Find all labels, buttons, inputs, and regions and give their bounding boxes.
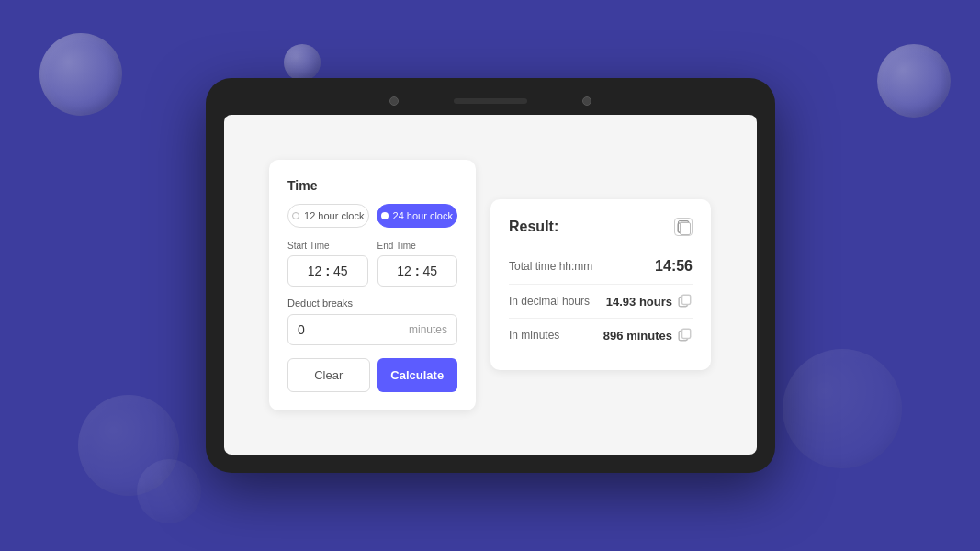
tablet-camera-right [582, 96, 591, 106]
bubble-3 [877, 44, 951, 118]
tablet-screen: Time 12 hour clock 24 hour clock Start T… [224, 115, 757, 455]
start-minutes: 45 [333, 264, 348, 278]
clock-toggle-group: 12 hour clock 24 hour clock [287, 204, 457, 228]
start-time-label: Start Time [287, 241, 368, 251]
calculator-title: Time [287, 178, 457, 193]
minutes-label: In minutes [509, 329, 559, 342]
result-title-row: Result: [509, 218, 693, 236]
deduct-unit: minutes [409, 323, 447, 336]
end-colon: : [415, 264, 420, 278]
decimal-value-group: 14.93 hours [606, 294, 693, 309]
24h-clock-label: 24 hour clock [393, 210, 453, 221]
tablet-speaker [454, 98, 527, 104]
end-time-field: End Time 12 : 45 [377, 241, 458, 287]
svg-rect-0 [678, 223, 686, 232]
result-title: Result: [509, 219, 558, 235]
decimal-label: In decimal hours [509, 295, 590, 308]
tablet-frame: Time 12 hour clock 24 hour clock Start T… [206, 78, 775, 473]
end-time-input[interactable]: 12 : 45 [377, 255, 458, 287]
decimal-copy-button[interactable] [678, 294, 693, 309]
24h-radio-dot [381, 212, 389, 219]
tablet-camera [389, 96, 399, 106]
deduct-breaks-input[interactable]: 0 minutes [287, 314, 457, 345]
12h-clock-button[interactable]: 12 hour clock [287, 204, 369, 228]
svg-rect-3 [682, 295, 691, 304]
total-label: Total time hh:mm [509, 260, 592, 273]
minutes-value: 896 minutes [603, 329, 672, 343]
result-row-minutes: In minutes 896 minutes [509, 319, 693, 352]
start-hours: 12 [308, 264, 322, 278]
12h-clock-label: 12 hour clock [304, 210, 364, 221]
result-row-decimal: In decimal hours 14.93 hours [509, 285, 693, 319]
action-buttons-row: Clear Calculate [287, 358, 457, 392]
clear-button[interactable]: Clear [287, 358, 370, 392]
minutes-value-group: 896 minutes [603, 328, 693, 343]
svg-rect-1 [681, 221, 689, 231]
total-value: 14:56 [655, 258, 693, 275]
bubble-1 [39, 33, 122, 116]
12h-radio-dot [292, 212, 299, 219]
result-card: Result: Total time hh:mm 14:56 In decima… [490, 199, 711, 370]
end-minutes: 45 [423, 264, 438, 278]
result-row-total: Total time hh:mm 14:56 [509, 249, 693, 285]
calculate-button[interactable]: Calculate [377, 358, 458, 392]
calculator-card: Time 12 hour clock 24 hour clock Start T… [269, 160, 476, 410]
time-fields-row: Start Time 12 : 45 End Time 12 : 45 [287, 241, 457, 287]
bubble-5 [137, 459, 201, 523]
start-time-input[interactable]: 12 : 45 [287, 255, 368, 287]
bubble-2 [284, 44, 321, 81]
deduct-value: 0 [298, 322, 305, 337]
tablet-top-bar [224, 96, 757, 106]
bubble-6 [783, 349, 902, 468]
result-copy-all-button[interactable] [674, 218, 693, 236]
start-colon: : [325, 264, 330, 278]
decimal-value: 14.93 hours [606, 295, 672, 309]
minutes-copy-button[interactable] [678, 328, 693, 343]
svg-rect-5 [682, 329, 691, 338]
start-time-field: Start Time 12 : 45 [287, 241, 368, 287]
end-hours: 12 [397, 264, 411, 278]
24h-clock-button[interactable]: 24 hour clock [377, 204, 458, 228]
deduct-breaks-label: Deduct breaks [287, 298, 457, 309]
end-time-label: End Time [377, 241, 458, 251]
